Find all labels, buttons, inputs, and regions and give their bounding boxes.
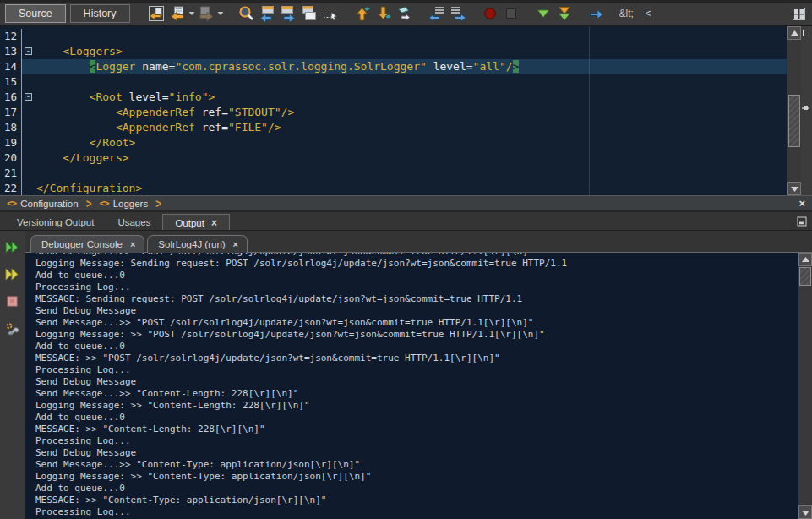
- code-line[interactable]: 22</Configuration>: [0, 181, 787, 195]
- close-tab-icon[interactable]: ×: [130, 240, 135, 249]
- close-breadcrumb-icon[interactable]: ×: [798, 198, 805, 209]
- fold-column[interactable]: [22, 181, 36, 195]
- code-line[interactable]: 19 </Root>: [0, 135, 787, 150]
- editor-scroll-track[interactable]: [787, 40, 801, 182]
- fold-column[interactable]: [22, 150, 36, 166]
- shift-right-icon[interactable]: [448, 4, 469, 23]
- code-editor[interactable]: 1213- <Loggers>14 <Logger name="com.cpra…: [0, 26, 812, 196]
- scroll-down-icon[interactable]: [787, 182, 801, 195]
- code-segment: [36, 151, 63, 164]
- code-line-body[interactable]: - <Loggers>: [22, 44, 787, 59]
- fold-collapse-icon[interactable]: -: [25, 93, 32, 101]
- tab-source[interactable]: Source: [5, 4, 66, 23]
- code-line-body[interactable]: <AppenderRef ref="FILE"/>: [22, 120, 787, 135]
- code-line[interactable]: 14 <Logger name="com.cprassoc.solr.loggi…: [0, 59, 787, 74]
- search-icon[interactable]: [236, 4, 257, 23]
- code-line[interactable]: 16- <Root level="info">: [0, 90, 787, 105]
- previous-occurrence-icon[interactable]: [257, 4, 278, 23]
- code-line[interactable]: 13- <Loggers>: [0, 44, 787, 59]
- fold-column[interactable]: [22, 105, 36, 120]
- next-member-icon[interactable]: [373, 4, 395, 23]
- dropdown-caret-icon[interactable]: [217, 4, 225, 23]
- selection-mode-icon[interactable]: [320, 4, 341, 23]
- tab-versioning-output[interactable]: Versioning Output: [5, 214, 106, 230]
- expand-block-icon[interactable]: [533, 4, 554, 23]
- console-scrollbar[interactable]: [798, 253, 812, 519]
- code-line-body[interactable]: [22, 166, 787, 181]
- scroll-down-icon[interactable]: [798, 505, 812, 519]
- editor-scrollbar[interactable]: [787, 26, 801, 195]
- breadcrumb-chevron-icon[interactable]: >: [155, 197, 161, 210]
- console-log-line: MESSAGE: >> "Content-Length: 228[\r][\n]…: [35, 423, 798, 435]
- fold-column[interactable]: -: [22, 90, 36, 105]
- tab-history[interactable]: History: [70, 4, 130, 23]
- settings-wrench-icon[interactable]: [5, 316, 20, 341]
- console-output[interactable]: Send Message...>> "POST /solr/solrlog4j/…: [25, 253, 798, 519]
- go-to-last-edit-icon[interactable]: [146, 4, 167, 23]
- scroll-up-icon[interactable]: [787, 26, 801, 40]
- tab-usages[interactable]: Usages: [106, 214, 162, 230]
- breadcrumb: <>Configuration><>Loggers>×: [0, 196, 812, 212]
- console-scroll-track[interactable]: [798, 266, 812, 505]
- code-line[interactable]: 20 </Loggers>: [0, 150, 787, 166]
- expand-all-icon[interactable]: [554, 4, 575, 23]
- tab-solrlog4j-run-[interactable]: SolrLog4J (run)×: [147, 235, 248, 253]
- code-line[interactable]: 17 <AppenderRef ref="STDOUT"/>: [0, 105, 787, 120]
- code-segment: [36, 106, 116, 118]
- code-line-body[interactable]: <AppenderRef ref="STDOUT"/>: [22, 105, 787, 120]
- fold-column[interactable]: -: [22, 44, 36, 59]
- forward-navigation-icon[interactable]: [196, 4, 217, 23]
- code-line-body[interactable]: </Loggers>: [22, 150, 787, 166]
- fold-collapse-icon[interactable]: -: [25, 47, 32, 55]
- duplicate-window-icon[interactable]: [299, 4, 320, 23]
- quick-outline-icon[interactable]: [395, 4, 416, 23]
- code-line[interactable]: 15: [0, 74, 787, 90]
- tab-debugger-console[interactable]: Debugger Console×: [30, 235, 144, 253]
- record-macro-icon[interactable]: [480, 4, 501, 23]
- xml-element-icon: <>: [99, 198, 108, 209]
- code-line[interactable]: 18 <AppenderRef ref="FILE"/>: [0, 120, 787, 135]
- fold-column[interactable]: [22, 120, 36, 135]
- line-number: 16: [0, 90, 22, 105]
- fold-column[interactable]: [22, 59, 36, 74]
- console-body: Send Message...>> "POST /solr/solrlog4j/…: [25, 252, 812, 519]
- close-tab-icon[interactable]: ×: [211, 218, 217, 228]
- stop-macro-icon[interactable]: [501, 4, 522, 23]
- dropdown-caret-icon[interactable]: [188, 4, 196, 23]
- tab-output[interactable]: Output×: [162, 214, 230, 230]
- scroll-up-icon[interactable]: [798, 253, 812, 266]
- code-line-body[interactable]: </Root>: [22, 135, 787, 150]
- next-occurrence-icon[interactable]: [278, 4, 299, 23]
- code-line-body[interactable]: [22, 29, 787, 44]
- code-line[interactable]: 12: [0, 29, 787, 44]
- fold-column[interactable]: [22, 135, 36, 150]
- error-stripe-status-icon[interactable]: [803, 30, 809, 36]
- back-navigation-icon[interactable]: [167, 4, 188, 23]
- breadcrumb-chevron-icon[interactable]: >: [86, 197, 92, 210]
- code-line-body[interactable]: </Configuration>: [22, 181, 787, 195]
- code-line-body[interactable]: <Logger name="com.cprassoc.solr.logging.…: [22, 59, 787, 74]
- code-line[interactable]: 21: [0, 166, 787, 181]
- fold-column[interactable]: [22, 74, 36, 90]
- editor-panes-icon[interactable]: [790, 8, 807, 20]
- code-segment: </Configuration>: [36, 182, 142, 194]
- code-line-body[interactable]: [22, 74, 787, 90]
- shift-left-icon[interactable]: [427, 4, 448, 23]
- editor-scroll-thumb[interactable]: [788, 95, 800, 147]
- current-line-marker[interactable]: [802, 107, 809, 109]
- previous-member-icon[interactable]: [352, 4, 373, 23]
- fold-column[interactable]: [22, 29, 36, 44]
- editor-text-area[interactable]: 1213- <Loggers>14 <Logger name="com.cpra…: [0, 26, 787, 195]
- close-tab-icon[interactable]: ×: [233, 240, 238, 249]
- breadcrumb-item-configuration[interactable]: <>Configuration: [7, 198, 79, 209]
- line-number: 13: [0, 44, 22, 59]
- code-line-body[interactable]: - <Root level="info">: [22, 90, 787, 105]
- breadcrumb-item-loggers[interactable]: <>Loggers: [99, 198, 148, 209]
- stop-run-icon[interactable]: [6, 289, 19, 314]
- resume-secondary-icon[interactable]: [4, 262, 21, 287]
- resume-run-icon[interactable]: [4, 235, 21, 260]
- minimize-panel-icon[interactable]: [797, 214, 807, 230]
- fold-column[interactable]: [22, 166, 36, 181]
- console-scroll-thumb[interactable]: [799, 267, 811, 286]
- go-forward-icon[interactable]: [586, 4, 608, 23]
